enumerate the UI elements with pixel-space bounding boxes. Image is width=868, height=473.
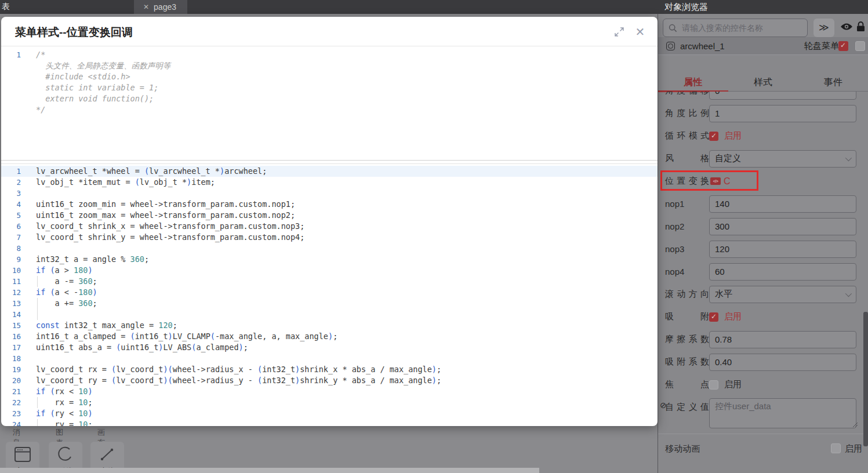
- line-number: 21: [1, 386, 27, 397]
- line-number: 13: [1, 298, 27, 309]
- search-input[interactable]: [677, 23, 807, 32]
- lock-checkbox[interactable]: [855, 41, 865, 51]
- code-header-block[interactable]: 1/* 头文件、全局静态变量、函数声明等 #include <stdio.h> …: [1, 47, 658, 161]
- property-input-摩擦系数[interactable]: [709, 331, 856, 348]
- line-number: 14: [1, 309, 27, 320]
- code-line: 12if (a < -180): [1, 287, 658, 298]
- code-line: 11 a -= 360;: [1, 276, 658, 287]
- line-number: 8: [1, 243, 27, 254]
- property-checkbox-循环模式[interactable]: [709, 132, 718, 141]
- property-input-nop3[interactable]: [709, 241, 856, 258]
- fullscreen-icon[interactable]: [613, 26, 625, 38]
- property-row-nop2: nop2: [658, 215, 868, 238]
- code-text: if (ry < 10): [27, 408, 93, 419]
- move-animation-checkbox[interactable]: [831, 443, 841, 453]
- tab-事件[interactable]: 事件: [798, 75, 868, 91]
- code-line: 3: [1, 188, 658, 199]
- select-value: 水平: [715, 289, 732, 300]
- property-list: 角度偏移角度比例循环模式启用风格自定义位置变换</>Cnop1nop2nop3n…: [658, 92, 868, 431]
- code-badge-icon[interactable]: </>: [710, 177, 721, 185]
- code-line: extern void function();: [1, 93, 658, 104]
- property-input-nop4[interactable]: [709, 263, 856, 281]
- line-number: 11: [1, 276, 27, 287]
- property-row-nop4: nop4: [658, 260, 868, 283]
- code-text: /*: [27, 49, 45, 60]
- line-number: 17: [1, 342, 27, 353]
- property-row-吸附系数: 吸附系数: [658, 351, 868, 373]
- object-browser-panel: ≫ arcwheel_1 轮盘菜单 属性样式事件 角度偏移角度比例循环模式启用风…: [658, 14, 868, 473]
- top-tab-bar: 表 ✕ page3 对象浏览器: [0, 0, 868, 14]
- code-text: */: [27, 104, 45, 115]
- visibility-checkbox[interactable]: [838, 41, 848, 51]
- code-line: 21if (rx < 10): [1, 386, 658, 397]
- line-number: 15: [1, 320, 27, 331]
- property-row-摩擦系数: 摩擦系数: [658, 328, 868, 351]
- close-icon[interactable]: ✕: [634, 26, 646, 38]
- property-label: nop4: [665, 267, 709, 276]
- code-body-block[interactable]: 1lv_arcwheel_t *wheel = (lv_arcwheel_t *…: [1, 163, 658, 426]
- code-line: 14: [1, 309, 658, 320]
- line-number: 1: [1, 166, 27, 177]
- indent-guide: [37, 276, 38, 287]
- search-icon: [669, 24, 677, 32]
- code-line: 23if (ry < 10): [1, 408, 658, 419]
- code-editor-modal: 菜单样式--位置变换回调 ✕ 1/* 头文件、全局静态变量、函数声明等 #inc…: [1, 17, 658, 426]
- property-label: 位置变换: [665, 176, 709, 187]
- c-callback-link[interactable]: C: [724, 176, 731, 187]
- panel-scrollbar-thumb[interactable]: [863, 312, 868, 446]
- property-input-角度偏移[interactable]: [709, 92, 856, 100]
- checkbox-text: 启用: [724, 311, 742, 322]
- property-label: 摩擦系数: [665, 334, 709, 345]
- code-line: 9int32_t a = angle % 360;: [1, 254, 658, 265]
- bottom-scroll-strip[interactable]: [0, 468, 539, 473]
- lock-icon[interactable]: [856, 21, 865, 32]
- property-checkbox-焦点[interactable]: [709, 380, 718, 390]
- code-line: 4uint16_t zoom_min = wheel->transform_pa…: [1, 199, 658, 210]
- code-text: uint16_t zoom_min = wheel->transform_par…: [27, 199, 295, 210]
- code-text: lv_obj_t *item_mut = (lv_obj_t *)item;: [27, 177, 215, 188]
- code-line: 17uint16_t abs_a = (uint16_t)LV_ABS(a_cl…: [1, 342, 658, 353]
- property-input-吸附系数[interactable]: [709, 354, 856, 371]
- object-row-arcwheel-1[interactable]: arcwheel_1 轮盘菜单: [658, 37, 868, 55]
- property-select-滚动方向[interactable]: 水平: [709, 286, 856, 303]
- code-text: 头文件、全局静态变量、函数声明等: [27, 60, 170, 71]
- tab-properties-active[interactable]: 属性: [658, 75, 728, 91]
- line-number: 3: [1, 188, 27, 199]
- code-line: 8: [1, 243, 658, 254]
- line-number: 20: [1, 375, 27, 386]
- code-text: if (rx < 10): [27, 386, 93, 397]
- tab-label: page3: [154, 2, 176, 12]
- code-line: 18: [1, 353, 658, 364]
- property-input-角度比例[interactable]: [709, 105, 856, 122]
- code-text: if (a < -180): [27, 287, 97, 298]
- property-select-风格[interactable]: 自定义: [709, 150, 856, 168]
- property-row-焦点: 焦点启用: [658, 373, 868, 396]
- property-label: 角度比例: [665, 108, 709, 119]
- property-input-nop1[interactable]: [709, 195, 856, 213]
- property-label: 焦点: [665, 379, 709, 390]
- property-input-nop2[interactable]: [709, 218, 856, 235]
- property-row-滚动方向: 滚动方向水平: [658, 283, 868, 305]
- property-row-吸附: 吸附启用: [658, 305, 868, 328]
- property-row-风格: 风格自定义: [658, 147, 868, 170]
- code-line: 24 ry = 10;: [1, 419, 658, 426]
- code-line: 1lv_arcwheel_t *wheel = (lv_arcwheel_t *…: [1, 166, 658, 177]
- tab-样式[interactable]: 样式: [728, 75, 798, 91]
- tab-page3[interactable]: ✕ page3: [134, 0, 187, 14]
- tab-close-icon[interactable]: ✕: [143, 3, 149, 11]
- property-checkbox-吸附[interactable]: [709, 312, 718, 322]
- object-type-label: 轮盘菜单: [804, 41, 839, 52]
- eye-icon[interactable]: [840, 22, 853, 31]
- search-box[interactable]: [663, 19, 808, 37]
- code-line: #include <stdio.h>: [1, 71, 658, 82]
- indent-guide: [37, 309, 38, 320]
- property-label: 滚动方向: [665, 289, 709, 300]
- code-line: 16int16_t a_clamped = (int16_t)LV_CLAMP(…: [1, 331, 658, 342]
- custom-value-textarea[interactable]: [709, 398, 856, 428]
- line-number: 4: [1, 199, 27, 210]
- code-text: lv_coord_t rx = (lv_coord_t)(wheel->radi…: [27, 364, 441, 375]
- property-label: 吸附: [665, 311, 709, 322]
- search-row: ≫: [658, 17, 868, 38]
- collapse-panel-button[interactable]: ≫: [813, 19, 834, 37]
- property-label: 自定义值: [665, 402, 709, 413]
